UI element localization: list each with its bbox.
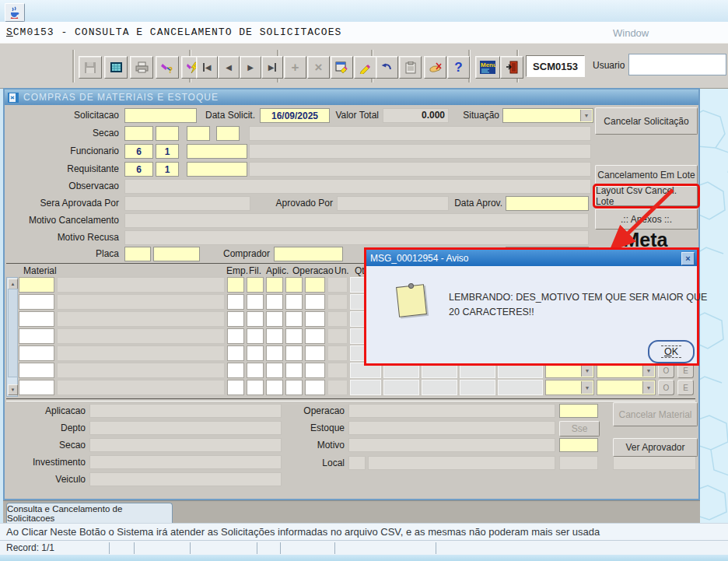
grid-cell-r6c3[interactable] (227, 363, 244, 378)
screen-button[interactable] (104, 56, 128, 79)
grid-cell-r1c5[interactable] (266, 277, 283, 293)
previous-record-button[interactable]: ◀ (218, 56, 240, 79)
grid-cell-r5c4[interactable] (247, 345, 264, 361)
grid-cell-r4c8[interactable] (327, 328, 348, 344)
cancelamento-em-lote-button[interactable]: Cancelamento Em Lote (595, 165, 698, 184)
funcionario-cod-field[interactable] (187, 144, 247, 159)
placa-field-1[interactable] (124, 247, 151, 261)
last-record-button[interactable]: ▶ (261, 56, 283, 79)
help-button[interactable]: ? (447, 56, 470, 79)
grid-cell-r2c8[interactable] (327, 294, 348, 310)
grid-cell-r5c8[interactable] (327, 345, 348, 361)
layout-csv-cancel-lote-button[interactable]: Layout Csv Cancel. Lote (595, 186, 698, 206)
edit-record-button[interactable] (331, 56, 353, 79)
menu-item-window[interactable]: Window (613, 27, 649, 39)
grid-cell-r2c7[interactable] (305, 294, 325, 310)
grid-cell-r6c2[interactable] (57, 363, 225, 378)
comprador-field[interactable] (274, 247, 343, 261)
grid-cell-r7c9[interactable] (350, 380, 381, 395)
grid-cell-r1c3[interactable] (227, 277, 244, 293)
aviso-dialog-titlebar[interactable]: MSG_00012954 - Aviso (366, 250, 697, 266)
grid-cell-r7c8[interactable] (327, 380, 348, 395)
grid-cell-r7c7[interactable] (305, 380, 325, 395)
placa-field-2[interactable] (153, 247, 200, 261)
scrollbar-thumb[interactable] (8, 289, 18, 377)
chevron-down-icon[interactable]: ▼ (580, 110, 592, 121)
grid-cell-r2c3[interactable] (227, 294, 244, 310)
grid-cell-r7c10[interactable] (383, 380, 419, 395)
secao-field-2[interactable] (156, 126, 179, 141)
grid-cell-r4c5[interactable] (266, 328, 283, 344)
save-button[interactable] (79, 56, 102, 79)
grid-e-button-row7[interactable]: E (677, 380, 694, 395)
grid-cell-r2c5[interactable] (266, 294, 283, 310)
grid-cell-r1c6[interactable] (285, 277, 303, 293)
grid-cell-r7c13[interactable] (498, 380, 543, 395)
chevron-down-icon[interactable]: ▼ (581, 364, 593, 377)
grid-cell-r4c2[interactable] (57, 328, 225, 344)
scroll-down-icon[interactable]: ▼ (8, 384, 18, 395)
funcionario-emp-field[interactable]: 6 (124, 144, 153, 159)
grid-cell-r7c15[interactable]: ▼ (597, 380, 656, 395)
grid-cell-r3c2[interactable] (57, 311, 225, 327)
grid-cell-r6c4[interactable] (247, 363, 264, 378)
delete-record-button[interactable]: × (307, 56, 330, 79)
grid-cell-r3c3[interactable] (227, 311, 244, 327)
cut-record-button[interactable] (424, 56, 446, 79)
grid-cell-r5c3[interactable] (227, 345, 244, 361)
grid-scrollbar[interactable]: ▲ ▼ (6, 277, 18, 397)
grid-cell-r1c2[interactable] (57, 277, 225, 293)
grid-cell-r5c2[interactable] (57, 345, 225, 361)
grid-cell-r6c1[interactable] (19, 363, 54, 378)
close-icon[interactable]: × (681, 252, 695, 265)
grid-cell-r7c5[interactable] (266, 380, 283, 395)
grid-cell-r6c8[interactable] (327, 363, 348, 378)
data-solicit-field[interactable]: 16/09/2025 (260, 108, 330, 123)
funcionario-fil-field[interactable]: 1 (156, 144, 179, 159)
grid-cell-r7c11[interactable] (422, 380, 457, 395)
grid-cell-r7c6[interactable] (285, 380, 303, 395)
grid-cell-r6c6[interactable] (285, 363, 303, 378)
chevron-down-icon[interactable]: ▼ (581, 381, 593, 394)
grid-cell-r2c1[interactable] (19, 294, 54, 310)
print-button[interactable] (130, 56, 153, 79)
grid-cell-r4c1[interactable] (19, 328, 54, 344)
grid-cell-r2c2[interactable] (57, 294, 225, 310)
cancelar-material-button[interactable]: Cancelar Material (613, 402, 698, 426)
insert-record-button[interactable]: + (284, 56, 306, 79)
motivo-cod-field[interactable] (559, 438, 598, 452)
grid-cell-r4c7[interactable] (305, 328, 325, 344)
grid-cell-r7c4[interactable] (247, 380, 264, 395)
chevron-down-icon[interactable]: ▼ (642, 381, 654, 394)
grid-cell-r2c6[interactable] (285, 294, 303, 310)
grid-o-button-row7[interactable]: O (658, 380, 674, 395)
exit-button[interactable] (500, 56, 523, 79)
grid-cell-r5c1[interactable] (19, 345, 54, 361)
grid-cell-r3c5[interactable] (266, 311, 283, 327)
grid-cell-r1c1[interactable] (19, 277, 54, 293)
grid-cell-r3c6[interactable] (285, 311, 303, 327)
grid-cell-r3c4[interactable] (247, 311, 264, 327)
secao-field-3[interactable] (187, 126, 210, 141)
solicitacao-field[interactable] (124, 108, 197, 123)
undo-button[interactable] (376, 56, 398, 79)
requisitante-cod-field[interactable] (187, 162, 247, 177)
usuario-input[interactable] (628, 54, 726, 75)
grid-cell-r5c7[interactable] (305, 345, 325, 361)
grid-cell-r4c3[interactable] (227, 328, 244, 344)
grid-cell-r3c8[interactable] (327, 311, 348, 327)
menu-button[interactable]: Menu (475, 56, 500, 79)
grid-cell-r6c5[interactable] (266, 363, 283, 378)
enter-query-button[interactable]: ? (156, 56, 179, 79)
grid-cell-r3c7[interactable] (305, 311, 325, 327)
secao-field-1[interactable] (124, 126, 153, 141)
clear-record-button[interactable] (354, 56, 376, 79)
grid-cell-r6c7[interactable] (305, 363, 325, 378)
grid-cell-r5c5[interactable] (266, 345, 283, 361)
sse-button[interactable]: Sse (559, 421, 600, 437)
next-record-button[interactable]: ▶ (240, 56, 261, 79)
requisitante-fil-field[interactable]: 1 (156, 162, 179, 177)
chevron-down-icon[interactable]: ▼ (642, 364, 654, 377)
grid-cell-r3c1[interactable] (19, 311, 54, 327)
grid-cell-r2c4[interactable] (247, 294, 264, 310)
